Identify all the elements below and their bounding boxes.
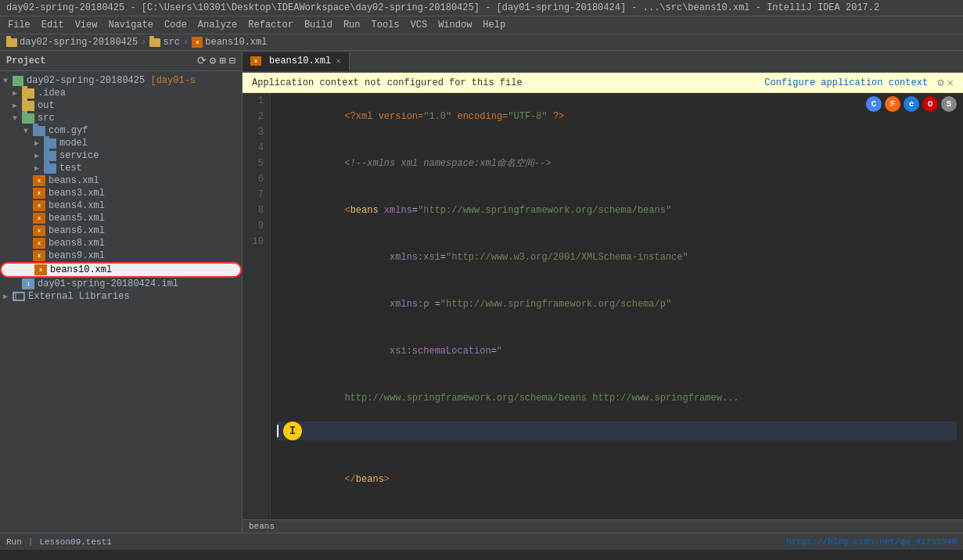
warning-text: Application context not configured for t… — [252, 77, 523, 88]
beans9-label: beans9.xml — [49, 250, 105, 261]
arrow-service — [34, 151, 44, 160]
sidebar-item-beans9[interactable]: x beans9.xml — [0, 249, 242, 262]
src-folder-icon — [149, 38, 160, 47]
menu-bar: File Edit View Navigate Code Analyze Ref… — [0, 16, 963, 34]
breadcrumb: day02-spring-20180425 › src › x beans10.… — [0, 34, 963, 51]
code-line-1: <?xml version="1.0" encoding="UTF-8" ?> — [277, 93, 957, 140]
close-warning-icon[interactable]: ✕ — [947, 76, 954, 89]
menu-vcs[interactable]: VCS — [406, 18, 433, 32]
chrome-icon[interactable]: C — [866, 96, 882, 112]
service-label: service — [59, 150, 99, 161]
extlibs-label: External Libraries — [28, 291, 130, 302]
sync-icon[interactable]: ⟳ — [197, 54, 207, 67]
collapse-icon[interactable]: ⊟ — [229, 54, 235, 67]
browser-icons: C F e O S — [866, 93, 957, 115]
idea-folder-icon — [22, 88, 34, 99]
menu-tools[interactable]: Tools — [367, 18, 404, 32]
main-layout: Project ⟳ ⚙ ⊞ ⊟ day02-spring-20180425 [d… — [0, 51, 963, 533]
blog-link[interactable]: https://blog.csdn.net/qq_41753340 — [786, 537, 957, 547]
configure-link[interactable]: Configure application context — [764, 77, 928, 88]
tab-beans10[interactable]: x beans10.xml ✕ — [243, 52, 350, 71]
project-folder-icon — [6, 38, 17, 47]
sidebar-item-beans4[interactable]: x beans4.xml — [0, 199, 242, 212]
sidebar-item-beans8[interactable]: x beans8.xml — [0, 237, 242, 249]
beans-xml-icon: x — [33, 175, 45, 186]
cursor-indicator: I — [283, 422, 302, 440]
beans4-xml-icon: x — [33, 200, 45, 211]
tab-close-icon[interactable]: ✕ — [336, 56, 341, 66]
ie-icon[interactable]: e — [904, 96, 919, 112]
root-label: day02-spring-20180425 [day01-s — [27, 75, 196, 86]
code-editor[interactable]: C F e O S 1 2 3 4 5 6 7 8 9 10 — [243, 93, 963, 519]
text-cursor — [277, 425, 278, 437]
out-label: out — [38, 100, 55, 111]
breadcrumb-file[interactable]: beans10.xml — [205, 37, 267, 48]
out-folder-icon — [22, 101, 34, 111]
code-line-2: <!--xmlns xml namespace:xml命名空间--> — [277, 140, 957, 187]
menu-help[interactable]: Help — [478, 18, 510, 32]
service-folder-icon — [44, 151, 56, 161]
code-line-8[interactable]: I — [277, 422, 957, 440]
sidebar-item-root[interactable]: day02-spring-20180425 [day01-s — [0, 74, 242, 87]
sidebar-item-out[interactable]: out — [0, 99, 242, 112]
test-label[interactable]: Lesson09.test1 — [39, 537, 111, 547]
sidebar-item-beans3[interactable]: x beans3.xml — [0, 187, 242, 199]
project-icon — [13, 76, 23, 86]
sidebar-item-extlibs[interactable]: External Libraries — [0, 290, 242, 303]
menu-edit[interactable]: Edit — [37, 18, 69, 32]
code-lines[interactable]: <?xml version="1.0" encoding="UTF-8" ?> … — [271, 93, 963, 519]
arrow-test — [34, 163, 44, 173]
src-folder-icon — [22, 113, 34, 124]
expand-icon[interactable]: ⊞ — [219, 54, 225, 67]
breadcrumb-project[interactable]: day02-spring-20180425 — [20, 37, 138, 48]
gear-icon[interactable]: ⚙ — [210, 54, 216, 67]
breadcrumb-src[interactable]: src — [163, 37, 180, 48]
menu-navigate[interactable]: Navigate — [103, 18, 158, 32]
beans4-label: beans4.xml — [49, 200, 105, 211]
menu-refactor[interactable]: Refactor — [243, 18, 298, 32]
menu-analyze[interactable]: Analyze — [193, 18, 242, 32]
menu-run[interactable]: Run — [339, 18, 365, 32]
sidebar-item-beans10[interactable]: x beans10.xml — [0, 262, 242, 278]
code-line-9 — [277, 440, 957, 456]
sidebar-item-test[interactable]: test — [0, 162, 242, 174]
safari-icon[interactable]: S — [941, 96, 957, 112]
sidebar-item-beans5[interactable]: x beans5.xml — [0, 212, 242, 224]
menu-view[interactable]: View — [70, 18, 102, 32]
model-folder-icon — [44, 138, 56, 149]
opera-icon[interactable]: O — [922, 96, 938, 112]
firefox-icon[interactable]: F — [885, 96, 900, 112]
menu-window[interactable]: Window — [433, 18, 476, 32]
sidebar-item-comgyf[interactable]: com.gyf — [0, 124, 242, 137]
sidebar-item-idea[interactable]: .idea — [0, 87, 242, 99]
tab-label: beans10.xml — [269, 56, 331, 66]
annotation-note: 新建一个bean 其它的全部去掉 — [277, 503, 957, 519]
menu-file[interactable]: File — [3, 18, 35, 32]
editor-area: x beans10.xml ✕ Application context not … — [243, 51, 963, 533]
sidebar-item-service[interactable]: service — [0, 149, 242, 162]
arrow-extlibs — [3, 292, 13, 301]
code-line-6: xsi:schemaLocation=" — [277, 328, 957, 375]
sidebar-item-src[interactable]: src — [0, 112, 242, 124]
sidebar-tree: day02-spring-20180425 [day01-s .idea out… — [0, 71, 242, 533]
menu-build[interactable]: Build — [300, 18, 337, 32]
beans3-label: beans3.xml — [49, 188, 105, 199]
beans-label: beans.xml — [49, 175, 99, 186]
settings-gear-icon[interactable]: ⚙ — [937, 76, 943, 89]
arrow-model — [34, 138, 44, 148]
svg-rect-0 — [13, 293, 24, 300]
run-label[interactable]: Run — [6, 537, 22, 547]
tab-bar: x beans10.xml ✕ — [243, 51, 963, 73]
sidebar-item-beans[interactable]: x beans.xml — [0, 174, 242, 187]
sidebar: Project ⟳ ⚙ ⊞ ⊟ day02-spring-20180425 [d… — [0, 51, 243, 533]
arrow-src — [13, 114, 22, 123]
menu-code[interactable]: Code — [160, 18, 192, 32]
code-line-4: xmlns:xsi="http://www.w3.org/2001/XMLSch… — [277, 234, 957, 281]
test-label: test — [59, 163, 82, 174]
iml-label: day01-spring-20180424.iml — [38, 278, 178, 289]
sidebar-item-model[interactable]: model — [0, 137, 242, 149]
arrow-root — [3, 77, 13, 85]
iml-icon: i — [22, 278, 34, 289]
sidebar-item-beans6[interactable]: x beans6.xml — [0, 224, 242, 237]
sidebar-item-iml[interactable]: i day01-spring-20180424.iml — [0, 278, 242, 290]
